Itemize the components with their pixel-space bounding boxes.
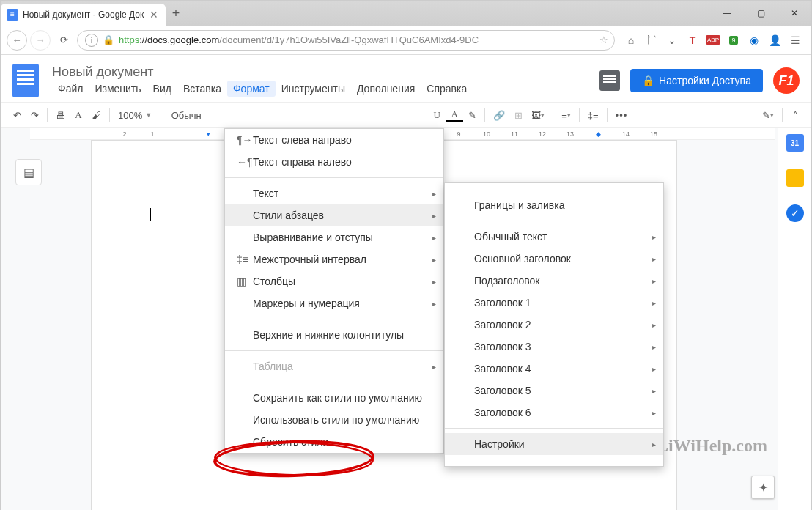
redo-button[interactable]: ↷: [26, 106, 43, 125]
ext-t-icon[interactable]: T: [684, 32, 701, 49]
doc-meta: Новый документ Файл Изменить Вид Вставка…: [52, 64, 599, 97]
close-window-button[interactable]: ✕: [778, 1, 811, 26]
doc-title[interactable]: Новый документ: [52, 64, 599, 81]
tasks-icon[interactable]: ✓: [786, 204, 804, 222]
insert-link-button[interactable]: 🔗: [489, 106, 509, 125]
menu-paragraph-styles[interactable]: Стили абзацев▸: [225, 204, 443, 226]
ext-pocket-icon[interactable]: ⌄: [663, 32, 681, 49]
f1-logo-icon[interactable]: F1: [773, 67, 800, 94]
menu-help[interactable]: Справка: [421, 81, 473, 97]
menu-spacing[interactable]: ‡≡Межстрочный интервал▸: [225, 248, 443, 270]
forward-button[interactable]: →: [30, 30, 51, 51]
share-label: Настройки Доступа: [659, 75, 751, 86]
zoom-select[interactable]: 100% ▼: [114, 106, 156, 125]
insert-comment-button[interactable]: ⊞: [509, 106, 527, 125]
submenu-h1[interactable]: Заголовок 1▸: [445, 292, 663, 314]
bookmark-icon[interactable]: ☆: [599, 34, 608, 45]
menu-text[interactable]: Текст▸: [225, 182, 443, 204]
print-button[interactable]: 🖶: [51, 106, 70, 125]
calendar-icon[interactable]: 31: [786, 134, 804, 152]
share-button[interactable]: 🔒 Настройки Доступа: [630, 69, 763, 92]
reload-button[interactable]: ⟳: [53, 30, 74, 51]
toolbar: ↶ ↷ 🖶 A 🖌 100% ▼ Обычн U A ✎ 🔗 ⊞ 🖼 ▾ ≡ ▾…: [1, 102, 811, 128]
menu-reset-styles[interactable]: Сбросить стили: [225, 431, 443, 453]
submenu-h3[interactable]: Заголовок 3▸: [445, 336, 663, 358]
minimize-button[interactable]: —: [710, 1, 744, 26]
rtl-icon: ←¶: [237, 156, 253, 168]
menu-ltr[interactable]: ¶→Текст слева направо: [225, 129, 443, 151]
comments-icon[interactable]: [599, 70, 620, 91]
ext-library-icon[interactable]: ᛚᛚ: [643, 32, 660, 49]
submenu-h6[interactable]: Заголовок 6▸: [445, 402, 663, 424]
menu-use-default[interactable]: Использовать стили по умолчанию: [225, 409, 443, 431]
tab-title: Новый документ - Google Док: [23, 10, 148, 20]
explore-button[interactable]: ✦: [751, 476, 775, 499]
spellcheck-button[interactable]: A: [70, 106, 87, 125]
menu-align[interactable]: Выравнивание и отступы▸: [225, 226, 443, 248]
menu-save-default[interactable]: Сохранить как стили по умолчанию: [225, 387, 443, 409]
format-menu: ¶→Текст слева направо ←¶Текст справа нал…: [224, 128, 444, 454]
more-tools-button[interactable]: •••: [611, 106, 632, 125]
address-bar[interactable]: i 🔒 https://docs.google.com/document/d/1…: [77, 30, 615, 51]
menu-rtl[interactable]: ←¶Текст справа налево: [225, 151, 443, 173]
menubar: Файл Изменить Вид Вставка Формат Инструм…: [52, 81, 599, 97]
line-spacing-button[interactable]: ‡≡: [583, 106, 603, 125]
style-select[interactable]: Обычн: [164, 106, 208, 125]
paragraph-styles-submenu: Границы и заливка Обычный текст▸ Основно…: [444, 182, 664, 467]
ext-camera-icon[interactable]: ◉: [745, 32, 763, 49]
zoom-value: 100%: [118, 110, 142, 121]
back-button[interactable]: ←: [7, 30, 27, 51]
submenu-title[interactable]: Основной заголовок▸: [445, 248, 663, 270]
style-value: Обычн: [171, 110, 202, 121]
menu-columns[interactable]: ▥Столбцы▸: [225, 270, 443, 292]
align-button[interactable]: ≡ ▾: [557, 106, 575, 125]
highlight-button[interactable]: ✎: [463, 106, 481, 125]
titlebar: ≡ Новый документ - Google Док ✕ + — ▢ ✕: [1, 1, 811, 26]
submenu-h4[interactable]: Заголовок 4▸: [445, 358, 663, 380]
extension-icons: ⌂ ᛚᛚ ⌄ T ABP 9 ◉ 👤 ☰: [615, 32, 805, 49]
window-controls: — ▢ ✕: [710, 1, 811, 26]
menu-file[interactable]: Файл: [52, 81, 89, 97]
submenu-h5[interactable]: Заголовок 5▸: [445, 380, 663, 402]
submenu-subtitle[interactable]: Подзаголовок▸: [445, 270, 663, 292]
menu-view[interactable]: Вид: [147, 81, 177, 97]
browser-menu-icon[interactable]: ☰: [786, 32, 804, 49]
urlbar: ← → ⟳ i 🔒 https://docs.google.com/docume…: [1, 26, 811, 55]
submenu-settings[interactable]: Настройки▸: [445, 433, 663, 455]
text-color-button[interactable]: A: [446, 108, 463, 122]
site-info-icon[interactable]: i: [85, 34, 98, 47]
submenu-normal-text[interactable]: Обычный текст▸: [445, 226, 663, 248]
menu-format[interactable]: Формат: [227, 81, 276, 97]
paint-format-button[interactable]: 🖌: [87, 106, 106, 125]
ext-profile-icon[interactable]: 👤: [766, 32, 783, 49]
watermark: LiWiHelp.com: [657, 436, 767, 456]
close-tab-icon[interactable]: ✕: [148, 7, 160, 22]
ext-home-icon[interactable]: ⌂: [622, 32, 640, 49]
submenu-h2[interactable]: Заголовок 2▸: [445, 314, 663, 336]
browser-tab[interactable]: ≡ Новый документ - Google Док ✕: [1, 4, 166, 26]
menu-insert[interactable]: Вставка: [177, 81, 227, 97]
lock-share-icon: 🔒: [642, 75, 654, 86]
ext-badge-icon[interactable]: 9: [725, 32, 742, 49]
side-panel: 31 ✓: [778, 128, 811, 510]
menu-edit[interactable]: Изменить: [89, 81, 147, 97]
submenu-borders[interactable]: Границы и заливка: [445, 194, 663, 216]
undo-button[interactable]: ↶: [8, 106, 26, 125]
new-tab-button[interactable]: +: [166, 1, 186, 26]
docs-logo-icon[interactable]: [12, 64, 39, 97]
menu-tools[interactable]: Инструменты: [276, 81, 351, 97]
menu-bullets[interactable]: Маркеры и нумерация▸: [225, 292, 443, 314]
underline-button[interactable]: U: [428, 106, 446, 125]
menu-addons[interactable]: Дополнения: [351, 81, 421, 97]
keep-icon[interactable]: [786, 169, 804, 187]
menu-headers-footers[interactable]: Верхние и нижние колонтитулы: [225, 324, 443, 346]
spacing-icon: ‡≡: [237, 254, 253, 265]
ext-abp-icon[interactable]: ABP: [704, 32, 722, 49]
outline-button[interactable]: ▤: [15, 159, 42, 185]
editing-mode-button[interactable]: ✎ ▾: [758, 106, 778, 125]
maximize-button[interactable]: ▢: [744, 1, 778, 26]
collapse-toolbar-button[interactable]: ˄: [786, 106, 804, 125]
columns-icon: ▥: [237, 276, 253, 287]
insert-image-button[interactable]: 🖼 ▾: [527, 106, 549, 125]
header-right: 🔒 Настройки Доступа F1: [599, 67, 800, 94]
